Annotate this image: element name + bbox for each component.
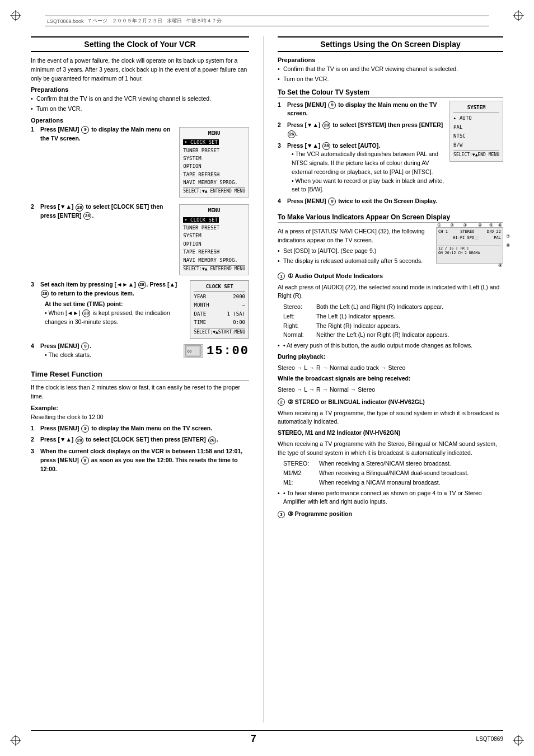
menu-box-2-title: MENU <box>183 206 245 214</box>
system-menu-box-block: SYSTEM ▸ AUTO PAL NTSC B/W SELECT:▼▲END … <box>449 101 503 162</box>
tr-step-3: 3 When the current clock displays on the… <box>31 447 249 473</box>
ind-num-9: ⑨ <box>498 263 502 268</box>
menu2-item-1: • CLOCK SET <box>183 216 245 224</box>
corner-mark-br <box>513 735 524 746</box>
system-menu-box: SYSTEM ▸ AUTO PAL NTSC B/W SELECT:▼▲END … <box>449 101 503 162</box>
circled-26-2: 26 <box>83 212 91 220</box>
sys-item-pal: PAL <box>453 123 499 132</box>
circled-28-2: 28 <box>76 204 83 212</box>
time-label: 午後８時４７分 <box>186 17 222 25</box>
osd-screen-block: CH 1 STEREO D/D 22 HI-FI SPD⬜ PAL 12 / 1… <box>436 227 503 264</box>
step-2-item: 2 Press [▼▲] 28 to select [CLOCK SET] th… <box>31 203 175 220</box>
st-label-m1m2: M1/M2: <box>283 469 317 478</box>
c28-ctv2: 28 <box>322 121 330 129</box>
menu-box-1-title: MENU <box>183 129 245 137</box>
c28-tr2: 28 <box>76 436 83 444</box>
cs-month-row: MONTH— <box>194 301 245 309</box>
osd-date: 12 / 16 [ FR ] <box>438 246 501 251</box>
ctv-s1-body: Press [MENU] 9 to display the Main menu … <box>287 101 445 119</box>
cs-footer: SELECT:▼▲START:MENU <box>194 328 245 336</box>
st-text-m1: When receiving a NICAM monaural broadcas… <box>319 478 503 487</box>
while-broadcast-text: Stereo → L → R → Normal → Stereo <box>278 386 503 395</box>
c26-tr2: 26 <box>208 436 216 444</box>
audio-output-heading-text: ① Audio Output Mode Indicators <box>288 273 383 279</box>
clock-set-title: CLOCK SET <box>194 283 245 292</box>
menu2-item-6: NAVI MEMORY SPROG. <box>183 256 245 264</box>
tr-step-2-body: Press [▼▲] 28 to select [CLOCK SET] then… <box>40 435 249 444</box>
tr-step-1-body: Press [MENU] 9 to display the Main menu … <box>40 424 249 433</box>
menu2-item-3: SYSTEM <box>183 232 245 240</box>
ctv-step-2: 2 Press [▼▲] 28 to select [SYSTEM] then … <box>278 121 445 139</box>
st-label-stereo: STEREO: <box>283 459 317 468</box>
ao-label-normal: Normal: <box>283 331 314 340</box>
corner-mark-tl <box>10 10 21 21</box>
clock-icon: OO <box>184 344 203 358</box>
menu2-item-5: TAPE REFRESH <box>183 248 245 256</box>
footer-model: LSQT0869 <box>476 736 503 742</box>
tr-step-2-num: 2 <box>31 435 38 444</box>
day-label: 水曜日 <box>167 17 182 25</box>
programme-section: 3 ③ Programme position <box>278 510 503 519</box>
indicators-heading: To Make Various Indicators Appear On Scr… <box>278 213 503 223</box>
step-4-text: 4 Press [MENU] 9. • The clock starts. <box>31 342 179 363</box>
sys-menu-title: SYSTEM <box>453 103 499 112</box>
tr-step-1-num: 1 <box>31 424 38 433</box>
filename-label: LSQT0869.book <box>47 18 84 24</box>
ctv-s4-num: 4 <box>278 197 284 206</box>
ctv-s3-num: 3 <box>278 142 284 195</box>
osd-hifi: HI-FI SPD⬜ <box>453 235 479 241</box>
step-4-body: Press [MENU] 9. • The clock starts. <box>40 342 179 360</box>
step-1-item: 1 Press [MENU] 9 to display the Main men… <box>31 125 175 143</box>
circled-28-3b: 28 <box>41 290 49 298</box>
ind-num-3: ③ <box>463 223 467 228</box>
stereo-heading-text: ② STEREO or BILINGUAL indicator (NV-HV62… <box>288 398 425 405</box>
preparations-heading-left: Preparations <box>31 86 249 93</box>
ao-text-left: The Left (L) Indicator appears. <box>316 312 503 321</box>
cs-date-row: DATE1 (SA) <box>194 310 245 318</box>
ind-bullet-2: The display is released automatically af… <box>278 257 432 266</box>
menu-box-1: MENU • CLOCK SET TUNER PRESET SYSTEM OPT… <box>179 127 249 198</box>
st-text-m1m2: When receiving a Bilingual/NICAM dual-so… <box>319 469 503 478</box>
operations-heading: Operations <box>31 117 249 124</box>
circled-9-1: 9 <box>81 126 89 134</box>
menu-item-2: TUNER PRESET <box>183 147 245 154</box>
cs-time-row: TIME0:00 <box>194 318 245 327</box>
ctv-s4-body: Press [MENU] 9 twice to exit the On Scre… <box>287 197 445 206</box>
during-playback-text: Stereo → L → R → Normal audio track → St… <box>278 364 503 373</box>
time-reset-heading: Time Reset Function <box>31 370 249 381</box>
osd-bottom-block: 12 / 16 [ FR ] ON 20:12 CH 2 DRAMA <box>438 246 501 255</box>
osd-pal: PAL <box>494 235 501 241</box>
circled-28-3c: 28 <box>82 309 90 317</box>
ind-num-1: ① <box>437 223 441 228</box>
tr-step-2: 2 Press [▼▲] 28 to select [CLOCK SET] th… <box>31 435 249 444</box>
clock-display: OO 15:00 <box>184 344 249 358</box>
menu2-item-2: TUNER PRESET <box>183 224 245 232</box>
osd-display-area: At a press of [STATUS/ NAVI CHECK] (32),… <box>278 227 503 267</box>
osd-inner: CH 1 STEREO D/D 22 HI-FI SPD⬜ PAL 12 / 1… <box>437 228 503 256</box>
sys-item-bw: B/W <box>453 140 499 149</box>
stereo-note: • To hear stereo performance connect as … <box>278 489 503 507</box>
circle-3: 3 <box>278 511 285 518</box>
stereo-table: STEREO:When receiving a Stereo/NICAM ste… <box>283 459 503 487</box>
tr-step-1: 1 Press [MENU] 9 to display the Main men… <box>31 424 249 433</box>
step-1-body: Press [MENU] 9 to display the Main menu … <box>40 125 175 143</box>
c9-tr3: 9 <box>81 457 89 464</box>
menu-item-5: TAPE REFRESH <box>183 171 245 179</box>
indicators-intro: At a press of [STATUS/ NAVI CHECK] (32),… <box>278 227 432 245</box>
ctv-s3-note2: • When you want to record or play back i… <box>287 177 445 195</box>
ind-num-2: ② <box>450 223 454 228</box>
stereo-text-nv62gn: When receiving a TV programme with the S… <box>278 440 503 458</box>
left-column: Setting the Clock of Your VCR In the eve… <box>31 36 249 722</box>
colour-tv-steps-block: 1 Press [MENU] 9 to display the Main men… <box>278 101 503 209</box>
step-1-num: 1 <box>31 125 38 143</box>
ind-bullet-1: Set [OSD] to [AUTO]. (See page 9.) <box>278 247 432 256</box>
c9-tr1: 9 <box>81 425 89 433</box>
prep-item-right-1: Confirm that the TV is on and the VCR vi… <box>278 65 503 74</box>
step-1-text: 1 Press [MENU] 9 to display the Main men… <box>31 125 175 146</box>
circled-9-4: 9 <box>81 342 89 350</box>
step-3-note-heading: At the set time (TIME) point: <box>40 300 185 309</box>
ind-num-8: ⑧ <box>506 243 510 248</box>
tr-step-3-body: When the current clock displays on the V… <box>40 447 249 473</box>
step-3-text: 3 Set each item by pressing [◄►▲] 28. Pr… <box>31 280 185 330</box>
menu2-item-4: OPTION <box>183 240 245 248</box>
